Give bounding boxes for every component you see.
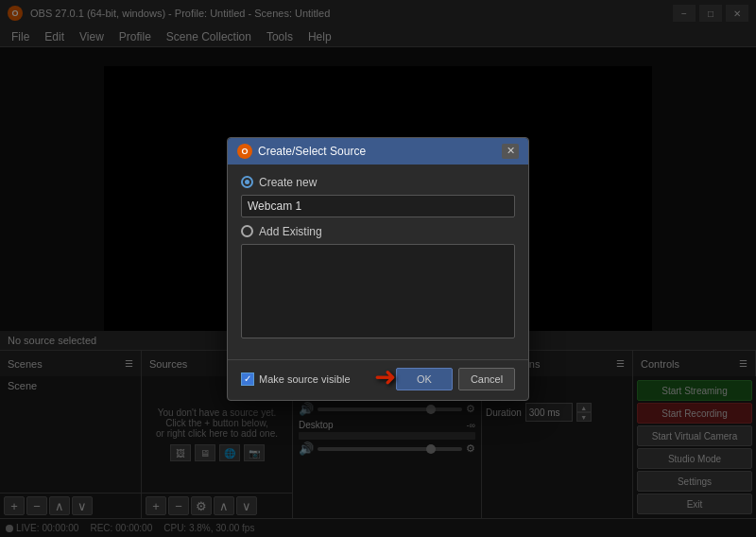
modal-title: Create/Select Source: [258, 145, 502, 158]
modal-overlay: O Create/Select Source ✕ Create new Add …: [0, 0, 756, 537]
modal-titlebar: O Create/Select Source ✕: [228, 138, 528, 165]
add-existing-label: Add Existing: [259, 225, 322, 238]
modal-close-button[interactable]: ✕: [502, 144, 519, 159]
make-visible-row: Make source visible: [241, 372, 390, 386]
ok-button[interactable]: OK: [396, 368, 453, 390]
source-name-input[interactable]: [241, 195, 515, 217]
create-new-label: Create new: [259, 176, 317, 189]
add-existing-row: Add Existing: [241, 225, 515, 238]
modal-footer: Make source visible ➜ OK Cancel: [228, 359, 528, 400]
cancel-button[interactable]: Cancel: [458, 368, 515, 390]
modal-icon: O: [237, 144, 252, 159]
create-new-row: Create new: [241, 176, 515, 189]
existing-sources-list[interactable]: [241, 244, 515, 338]
modal-body: Create new Add Existing: [228, 165, 528, 359]
create-new-radio[interactable]: [241, 176, 253, 188]
make-visible-checkbox[interactable]: [241, 372, 254, 386]
make-visible-label: Make source visible: [259, 373, 351, 385]
add-existing-radio[interactable]: [241, 225, 253, 237]
create-select-source-dialog: O Create/Select Source ✕ Create new Add …: [227, 137, 529, 401]
